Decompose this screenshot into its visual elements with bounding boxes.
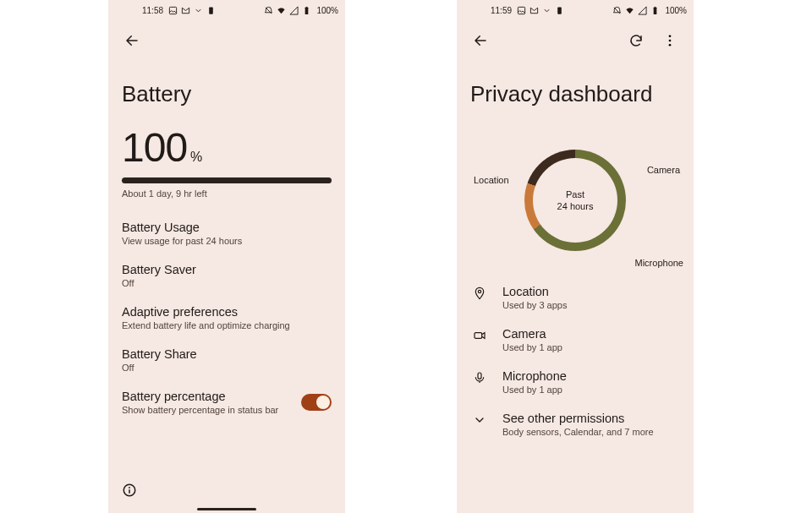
- dnd-icon: [264, 6, 273, 15]
- row-battery-percentage[interactable]: Battery percentage Show battery percenta…: [108, 381, 345, 423]
- row-subtitle: Extend battery life and optimize chargin…: [122, 320, 332, 330]
- dnd-icon: [612, 6, 622, 15]
- status-clock: 11:58: [142, 6, 163, 15]
- back-button[interactable]: [118, 27, 145, 54]
- status-bar: 11:59 100%: [457, 0, 694, 20]
- battery-level: 100 %: [122, 124, 332, 171]
- status-right-icons: 100%: [612, 6, 687, 15]
- svg-rect-9: [654, 7, 657, 14]
- microphone-icon: [473, 371, 486, 385]
- arrow-back-icon: [473, 33, 488, 48]
- row-title: Microphone: [502, 369, 567, 383]
- row-title: Battery percentage: [122, 390, 291, 403]
- status-bar: 11:58 100%: [108, 0, 345, 20]
- page-title: Battery: [122, 81, 332, 107]
- row-battery-share[interactable]: Battery Share Off: [108, 339, 345, 381]
- svg-point-12: [669, 40, 672, 42]
- wifi-icon: [277, 6, 286, 15]
- overflow-button[interactable]: [656, 27, 683, 54]
- donut-label-microphone: Microphone: [635, 258, 683, 268]
- row-camera[interactable]: Camera Used by 1 app: [457, 319, 694, 361]
- back-button[interactable]: [467, 27, 494, 54]
- sim-icon: [555, 6, 564, 15]
- app-bar: [457, 20, 694, 61]
- svg-rect-15: [475, 333, 482, 339]
- donut-label-location: Location: [474, 175, 509, 185]
- row-subtitle: Body sensors, Calendar, and 7 more: [502, 427, 654, 437]
- image-icon: [168, 6, 178, 15]
- row-see-other-permissions[interactable]: See other permissions Body sensors, Cale…: [457, 403, 694, 445]
- gesture-nav-hint: [197, 508, 256, 510]
- battery-icon: [302, 6, 311, 15]
- status-left-icons: [168, 6, 216, 15]
- svg-point-11: [669, 35, 672, 37]
- battery-estimate: About 1 day, 9 hr left: [122, 188, 332, 199]
- svg-point-13: [669, 44, 672, 46]
- info-button[interactable]: [122, 483, 137, 501]
- row-subtitle: Off: [122, 278, 332, 288]
- camera-icon: [473, 329, 486, 342]
- row-subtitle: View usage for past 24 hours: [122, 236, 332, 246]
- signal-icon: [289, 6, 299, 15]
- row-title: Adaptive preferences: [122, 305, 332, 319]
- status-left-icons: [517, 6, 564, 15]
- signal-icon: [638, 6, 647, 15]
- mail-m-icon: [181, 6, 190, 15]
- row-subtitle: Show battery percentage in status bar: [122, 405, 291, 415]
- svg-rect-2: [305, 7, 309, 14]
- svg-point-14: [478, 290, 480, 292]
- status-battery-pct: 100%: [665, 6, 687, 15]
- usage-donut-chart: Past 24 hours Location Camera Microphone: [465, 124, 685, 276]
- app-bar: [108, 20, 345, 61]
- status-right-icons: 100%: [264, 6, 338, 15]
- svg-rect-3: [306, 6, 308, 7]
- arrow-back-icon: [124, 33, 140, 48]
- refresh-button[interactable]: [623, 27, 650, 54]
- donut-center-line2: 24 hours: [557, 200, 594, 212]
- donut-center-text: Past 24 hours: [524, 150, 626, 251]
- battery-settings-screen: 11:58 100% Battery 100: [108, 0, 345, 513]
- image-icon: [517, 6, 526, 15]
- more-vert-icon: [662, 33, 678, 48]
- mail-m-icon: [529, 6, 539, 15]
- donut-label-camera: Camera: [647, 165, 680, 175]
- row-subtitle: Used by 1 app: [502, 385, 567, 395]
- row-title: Battery Saver: [122, 263, 332, 276]
- location-pin-icon: [473, 287, 486, 300]
- battery-bar: [122, 177, 332, 183]
- row-subtitle: Used by 1 app: [502, 342, 562, 352]
- percent-sign: %: [190, 150, 202, 165]
- page-title: Privacy dashboard: [470, 81, 680, 107]
- svg-rect-1: [209, 7, 213, 14]
- svg-rect-16: [478, 373, 481, 379]
- privacy-dashboard-screen: 11:59 100%: [457, 0, 694, 513]
- svg-rect-7: [518, 7, 524, 14]
- status-battery-pct: 100%: [316, 6, 338, 15]
- battery-level-number: 100: [122, 124, 187, 171]
- svg-rect-0: [169, 7, 176, 14]
- wifi-icon: [625, 6, 634, 15]
- expand-icon: [542, 6, 551, 15]
- svg-point-6: [129, 487, 130, 488]
- switch-thumb: [316, 396, 330, 409]
- row-title: See other permissions: [502, 412, 654, 425]
- row-title: Battery Usage: [122, 221, 332, 234]
- row-battery-saver[interactable]: Battery Saver Off: [108, 254, 345, 297]
- info-icon: [122, 483, 137, 498]
- row-subtitle: Used by 3 apps: [502, 300, 567, 310]
- row-title: Battery Share: [122, 347, 332, 361]
- battery-percentage-switch[interactable]: [301, 394, 332, 411]
- row-title: Location: [502, 285, 567, 298]
- expand-icon: [194, 6, 203, 15]
- row-microphone[interactable]: Microphone Used by 1 app: [457, 361, 694, 403]
- sim-icon: [206, 6, 216, 15]
- row-location[interactable]: Location Used by 3 apps: [457, 276, 694, 319]
- refresh-icon: [628, 33, 644, 48]
- status-clock: 11:59: [491, 6, 512, 15]
- row-subtitle: Off: [122, 363, 332, 373]
- row-battery-usage[interactable]: Battery Usage View usage for past 24 hou…: [108, 212, 345, 254]
- battery-icon: [650, 6, 660, 15]
- svg-rect-8: [557, 7, 562, 14]
- row-adaptive-preferences[interactable]: Adaptive preferences Extend battery life…: [108, 297, 345, 339]
- chevron-down-icon: [473, 413, 486, 427]
